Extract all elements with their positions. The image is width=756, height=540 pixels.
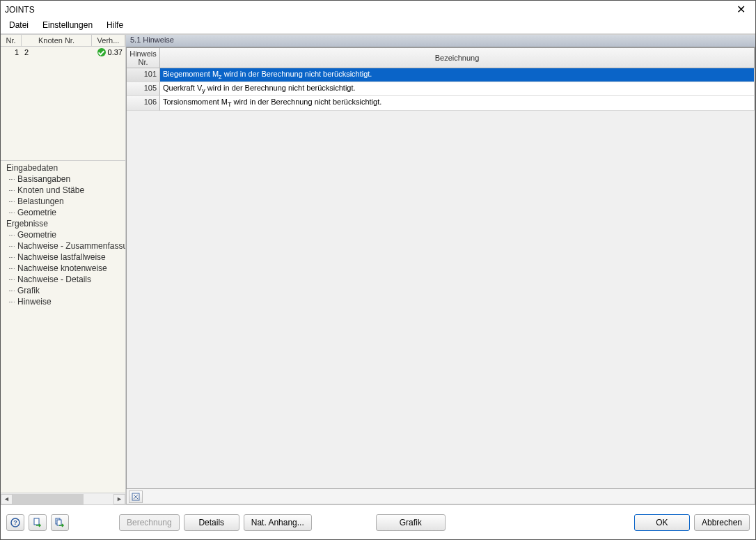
hints-grid: Hinweis Nr. Bezeichnung 101 Biegemoment … [126, 47, 755, 489]
tree-grafik[interactable]: Grafik [3, 285, 123, 296]
help-button[interactable]: ? [6, 514, 24, 531]
tree-ergebnisse[interactable]: Ergebnisse [3, 218, 123, 229]
menu-datei[interactable]: Datei [2, 19, 36, 33]
col-knoten[interactable]: Knoten Nr. [22, 35, 92, 46]
check-ok-icon [97, 48, 106, 56]
tree-nachweise-knotenweise[interactable]: Nachweise knotenweise [3, 263, 123, 274]
hints-grid-wrap: Hinweis Nr. Bezeichnung 101 Biegemoment … [126, 47, 755, 504]
export-button-2[interactable] [51, 514, 69, 531]
left-pane: Nr. Knoten Nr. Verh... 1 2 0.37 Eingabed… [1, 35, 126, 504]
grafik-button[interactable]: Grafik [376, 514, 446, 531]
tree-scrollbar[interactable]: ◄ ► [1, 493, 125, 504]
case-row-1[interactable]: 1 2 0.37 [1, 47, 125, 58]
hint-nr: 105 [127, 82, 160, 96]
docs-arrow-icon [55, 518, 65, 527]
tree-belastungen[interactable]: Belastungen [3, 196, 123, 207]
details-button[interactable]: Details [184, 514, 239, 531]
col-verh[interactable]: Verh... [92, 35, 125, 46]
panel-title: 5.1 Hinweise [126, 35, 755, 47]
window-title: JOINTS [5, 5, 730, 15]
col-hinweis-nr-l1: Hinweis [129, 49, 157, 58]
svg-rect-5 [57, 520, 61, 525]
col-hinweis-nr-l2: Nr. [138, 58, 148, 66]
cell-nr: 1 [1, 47, 22, 58]
menubar: Datei Einstellungen Hilfe [1, 19, 755, 34]
hint-nr: 101 [127, 68, 160, 82]
scroll-left-icon[interactable]: ◄ [1, 494, 13, 504]
hint-row-101[interactable]: 101 Biegemoment Mz wird in der Berechnun… [127, 68, 755, 82]
tree-hinweise[interactable]: Hinweise [3, 296, 123, 307]
grid-status-bar [126, 489, 755, 504]
cell-verh: 0.37 [92, 47, 125, 58]
tree-geometrie-out[interactable]: Geometrie [3, 229, 123, 240]
close-icon[interactable]: ✕ [730, 3, 751, 17]
menu-hilfe[interactable]: Hilfe [100, 19, 130, 33]
export-icon[interactable] [129, 491, 143, 503]
help-icon: ? [10, 518, 20, 527]
cell-verh-value: 0.37 [108, 48, 123, 56]
hint-desc: Torsionsmoment MT wird in der Berechnung… [160, 96, 755, 110]
svg-text:?: ? [13, 519, 17, 526]
right-pane: 5.1 Hinweise Hinweis Nr. Bezeichnung [126, 35, 755, 504]
col-bezeichnung[interactable]: Bezeichnung [160, 48, 755, 68]
hint-desc: Biegemoment Mz wird in der Berechnung ni… [160, 68, 755, 82]
col-nr[interactable]: Nr. [1, 35, 22, 46]
col-hinweis-nr[interactable]: Hinweis Nr. [127, 48, 160, 68]
menu-einstellungen[interactable]: Einstellungen [36, 19, 100, 33]
tree-eingabedaten[interactable]: Eingabedaten [3, 162, 123, 173]
hints-grid-body: 101 Biegemoment Mz wird in der Berechnun… [127, 68, 755, 488]
hints-grid-header: Hinweis Nr. Bezeichnung [127, 48, 755, 68]
scroll-thumb[interactable] [13, 494, 84, 504]
tree-geometrie-in[interactable]: Geometrie [3, 207, 123, 218]
window: JOINTS ✕ Datei Einstellungen Hilfe Nr. K… [0, 0, 756, 540]
cell-knoten: 2 [22, 47, 92, 58]
berechnung-button[interactable]: Berechnung [119, 514, 180, 531]
case-grid-header: Nr. Knoten Nr. Verh... [1, 35, 125, 47]
hint-nr: 106 [127, 96, 160, 110]
tree-nachweise-lastfallweise[interactable]: Nachweise lastfallweise [3, 252, 123, 263]
tree-nachweise-details[interactable]: Nachweise - Details [3, 274, 123, 285]
svg-rect-3 [34, 518, 39, 525]
case-grid: Nr. Knoten Nr. Verh... 1 2 0.37 [1, 35, 125, 160]
export-button-1[interactable] [29, 514, 47, 531]
tree-knoten-und-staebe[interactable]: Knoten und Stäbe [3, 185, 123, 196]
nat-anhang-button[interactable]: Nat. Anhang... [244, 514, 312, 531]
hint-row-105[interactable]: 105 Querkraft Vy wird in der Berechnung … [127, 82, 755, 96]
scroll-right-icon[interactable]: ► [113, 494, 125, 504]
abbrechen-button[interactable]: Abbrechen [694, 514, 750, 531]
hint-desc: Querkraft Vy wird in der Berechnung nich… [160, 82, 755, 96]
tree-basisangaben[interactable]: Basisangaben [3, 173, 123, 185]
doc-arrow-icon [33, 518, 42, 527]
tree-nachweise-zusammenfassung[interactable]: Nachweise - Zusammenfassung [3, 240, 123, 252]
scroll-track[interactable] [13, 494, 113, 504]
body: Nr. Knoten Nr. Verh... 1 2 0.37 Eingabed… [1, 34, 755, 504]
hint-row-106[interactable]: 106 Torsionsmoment MT wird in der Berech… [127, 96, 755, 110]
footer: ? Berechnung Details Nat. Anhang... Graf… [1, 504, 755, 539]
hints-grid-inner: Hinweis Nr. Bezeichnung 101 Biegemoment … [126, 47, 755, 489]
titlebar: JOINTS ✕ [1, 1, 755, 19]
nav-tree: Eingabedaten Basisangaben Knoten und Stä… [1, 160, 125, 493]
ok-button[interactable]: OK [634, 514, 690, 531]
